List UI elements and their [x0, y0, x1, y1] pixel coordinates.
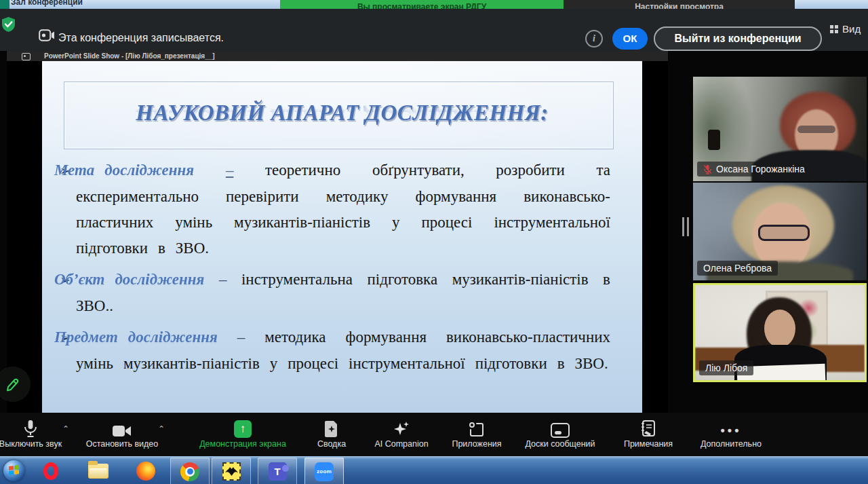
- video-camera-icon: [112, 424, 132, 438]
- recording-camera-icon: [39, 29, 55, 41]
- view-settings-tab[interactable]: Настройки просмотра: [564, 0, 795, 9]
- folder-icon: [88, 464, 108, 479]
- bullet-lead: Предмет дослідження: [71, 324, 218, 350]
- stop-video-button[interactable]: Остановить видео ⌃: [71, 416, 173, 453]
- apps-icon: [469, 422, 485, 438]
- taskbar-firefox[interactable]: [127, 458, 165, 484]
- video-tile-participant-2[interactable]: Олена Реброва: [693, 183, 867, 280]
- zoom-controls-toolbar: Выключить звук ⌃ Остановить видео ⌃ ↑ Де…: [0, 413, 868, 456]
- slide-title: НАУКОВИЙ АПАРАТ ДОСЛІДЖЕННЯ:: [42, 100, 642, 126]
- chrome-icon: [180, 462, 199, 481]
- bullet-lead: Мета дослідження: [71, 157, 194, 183]
- recording-message: Эта конференция записывается.: [58, 32, 224, 44]
- notes-icon: [640, 420, 656, 438]
- leave-conference-button[interactable]: Выйти из конференции: [654, 26, 822, 51]
- video-options-chevron[interactable]: ⌃: [158, 424, 165, 434]
- top-window-strip: Зал конференции Вы просматриваете экран …: [0, 0, 868, 9]
- bullet-dash: –: [219, 271, 227, 288]
- summary-doc-icon: [324, 420, 339, 438]
- teams-icon: T: [269, 462, 287, 481]
- summary-button[interactable]: Сводка: [301, 416, 362, 453]
- ai-companion-button[interactable]: AI Companion: [361, 416, 442, 453]
- video-tile-active-speaker[interactable]: Лію Лібоя: [693, 283, 867, 382]
- firefox-icon: [136, 462, 155, 481]
- participant-name-label: Оксана Горожанкіна: [697, 162, 811, 176]
- mic-muted-icon: [703, 164, 712, 174]
- view-menu-label: Вид: [842, 23, 861, 35]
- background-window-title: Зал конференции: [11, 0, 83, 7]
- taskbar-chrome[interactable]: [170, 458, 210, 484]
- taskbar-the-bat[interactable]: [212, 458, 251, 484]
- apps-button[interactable]: Приложения: [436, 416, 517, 453]
- pencil-icon: [5, 376, 20, 392]
- taskbar-zoom[interactable]: zoom: [304, 458, 344, 484]
- powerpoint-titlebar: PowerPoint Slide Show - [Лію Лібоя_презе…: [7, 51, 668, 61]
- video-tile-participant-1[interactable]: Оксана Горожанкіна: [693, 77, 867, 181]
- participant-name-label: Олена Реброва: [697, 261, 778, 276]
- participant-name-label: Лію Лібоя: [699, 360, 753, 375]
- more-button[interactable]: ••• Дополнительно: [684, 416, 778, 453]
- slide-bullet-subject: ➢Предмет дослідження – методика формуван…: [60, 324, 610, 377]
- windows-taskbar: T zoom UK 10:07 16.01.2026: [0, 456, 868, 484]
- scene-shape: [764, 310, 795, 348]
- share-screen-icon: ↑: [234, 420, 252, 438]
- panel-drag-handle[interactable]: [682, 217, 689, 236]
- bullet-dash: –: [226, 162, 234, 179]
- recording-notification-bar: Эта конференция записывается. i ОК Выйти…: [0, 9, 868, 51]
- taskbar-opera[interactable]: [32, 458, 70, 484]
- powerpoint-window-title: PowerPoint Slide Show - [Лію Лібоя_презе…: [44, 52, 215, 60]
- mute-button[interactable]: Выключить звук ⌃: [0, 416, 75, 453]
- bullet-dash: –: [237, 329, 245, 346]
- whiteboards-button[interactable]: Доски сообщений: [509, 416, 611, 453]
- zoom-icon: zoom: [315, 462, 334, 481]
- ok-button[interactable]: ОК: [612, 28, 648, 50]
- shared-powerpoint-window: PowerPoint Slide Show - [Лію Лібоя_презе…: [7, 51, 668, 413]
- notes-button[interactable]: Примечания: [608, 416, 689, 453]
- security-shield-icon[interactable]: [1, 16, 16, 33]
- slide-bullet-meta: ➢Мета дослідження – теоретично обґрунтув…: [60, 157, 610, 261]
- start-button[interactable]: [0, 458, 33, 484]
- windows-start-icon: [3, 460, 24, 481]
- view-menu-button[interactable]: Вид: [830, 23, 861, 35]
- ai-sparkle-icon: [393, 420, 410, 438]
- bullet-lead: Об’єкт дослідження: [71, 267, 204, 293]
- taskbar-teams[interactable]: T: [258, 458, 297, 484]
- scene-shape: [708, 130, 720, 150]
- viewing-screen-tab[interactable]: Вы просматриваете экран РДГУ: [280, 0, 564, 9]
- opera-icon: [43, 462, 58, 480]
- zoom-meeting-window: Зал конференции Вы просматриваете экран …: [0, 0, 868, 484]
- participant-video-column: Оксана Горожанкіна Олена Реброва: [693, 77, 867, 382]
- mute-options-chevron[interactable]: ⌃: [62, 424, 69, 434]
- info-icon[interactable]: i: [585, 30, 603, 48]
- presentation-slide: НАУКОВИЙ АПАРАТ ДОСЛІДЖЕННЯ: ➢Мета дослі…: [42, 61, 642, 413]
- whiteboard-icon: [551, 423, 570, 438]
- teal-corner: [0, 0, 9, 9]
- view-grid-icon: [830, 25, 838, 33]
- more-dots-icon: •••: [684, 416, 778, 438]
- slideshow-icon: [22, 53, 31, 60]
- meeting-main-area: PowerPoint Slide Show - [Лію Лібоя_презе…: [0, 51, 868, 413]
- share-screen-button[interactable]: ↑ Демонстрация экрана: [178, 416, 307, 453]
- the-bat-icon: [222, 462, 241, 481]
- taskbar-file-explorer[interactable]: [79, 458, 117, 484]
- slide-bullet-object: ➢Об’єкт дослідження – інструментальна пі…: [60, 267, 610, 319]
- microphone-icon: [24, 420, 37, 438]
- scene-shape: [797, 126, 835, 133]
- slide-body: ➢Мета дослідження – теоретично обґрунтув…: [60, 157, 610, 382]
- scene-shape: [758, 225, 810, 241]
